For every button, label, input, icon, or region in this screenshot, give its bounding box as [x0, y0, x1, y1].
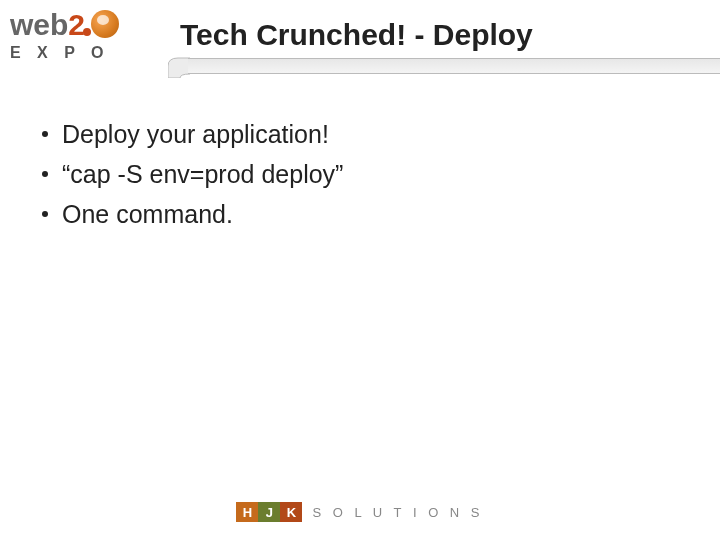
- hjk-boxes: H J K: [236, 502, 302, 522]
- rule-corner-icon: [168, 56, 190, 78]
- title-rule: [168, 58, 720, 78]
- logo-o-icon: [91, 8, 119, 40]
- footer: H J K S O L U T I O N S: [0, 502, 720, 522]
- bullet-icon: [42, 211, 48, 217]
- logo-expo-text: E X P O: [10, 44, 170, 62]
- logo-top-row: web2: [10, 8, 170, 42]
- hjk-solutions-text: S O L U T I O N S: [312, 505, 483, 520]
- logo-web-text: web: [10, 8, 68, 42]
- hjk-box-j: J: [258, 502, 280, 522]
- bullet-icon: [42, 171, 48, 177]
- bullet-text: One command.: [62, 198, 233, 232]
- header: web2 E X P O Tech Crunched! - Deploy: [0, 0, 720, 90]
- logo-two-text: 2: [68, 8, 85, 42]
- hjk-solutions-logo: H J K S O L U T I O N S: [236, 502, 483, 522]
- logo-dot-icon: [83, 28, 91, 36]
- bullet-text: Deploy your application!: [62, 118, 329, 152]
- bullet-icon: [42, 131, 48, 137]
- hjk-box-h: H: [236, 502, 258, 522]
- slide-title: Tech Crunched! - Deploy: [180, 18, 533, 52]
- bullet-item: One command.: [42, 198, 680, 232]
- bullet-text: “cap -S env=prod deploy”: [62, 158, 343, 192]
- content-area: Deploy your application! “cap -S env=pro…: [42, 118, 680, 237]
- web20-expo-logo: web2 E X P O: [10, 8, 170, 78]
- hjk-box-k: K: [280, 502, 302, 522]
- bullet-item: Deploy your application!: [42, 118, 680, 152]
- slide: web2 E X P O Tech Crunched! - Deploy Dep…: [0, 0, 720, 540]
- bullet-item: “cap -S env=prod deploy”: [42, 158, 680, 192]
